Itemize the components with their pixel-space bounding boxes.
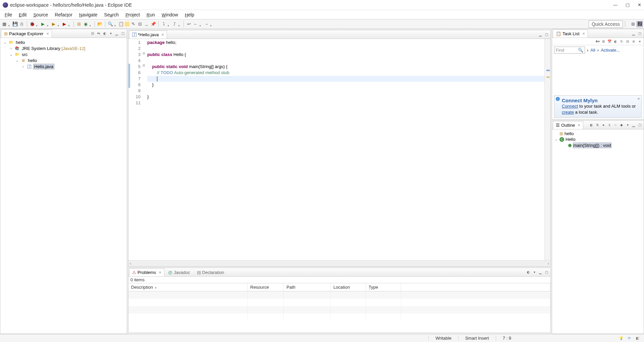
- new-package-button[interactable]: ⊞: [76, 21, 82, 27]
- show-whitespace-button[interactable]: ⎵: [144, 21, 150, 27]
- open-type-button[interactable]: 📂: [97, 21, 103, 27]
- close-button[interactable]: ✕: [638, 2, 641, 7]
- back-button[interactable]: ←: [193, 21, 199, 27]
- minimize-view-button[interactable]: ▁: [631, 31, 636, 36]
- menu-search[interactable]: Search: [101, 11, 122, 19]
- code-area[interactable]: package hello; public class Hello { publ…: [147, 39, 544, 260]
- marker-bar[interactable]: [128, 39, 132, 260]
- menu-file[interactable]: File: [1, 11, 15, 19]
- collapse-all-button[interactable]: ⊟: [90, 31, 95, 36]
- focus-icon[interactable]: ◐: [613, 39, 618, 44]
- close-icon[interactable]: ✕: [159, 271, 161, 274]
- folding-ruler[interactable]: ⊟ ⊟: [143, 39, 147, 260]
- javadoc-tab[interactable]: @ Javadoc: [165, 268, 193, 276]
- new-task-button[interactable]: ✚▾: [595, 39, 600, 44]
- coverage-button[interactable]: ▶: [51, 21, 57, 27]
- maximize-view-button[interactable]: ▢: [544, 270, 549, 275]
- editor-scrollbar[interactable]: ‹ ›: [128, 260, 550, 266]
- maximize-view-button[interactable]: ▢: [637, 122, 642, 128]
- hide-static-icon[interactable]: s: [607, 122, 612, 128]
- all-link[interactable]: All: [590, 48, 595, 53]
- new-type-button[interactable]: ◉: [83, 21, 89, 27]
- project-node[interactable]: ⌄📁 hello: [2, 39, 125, 45]
- outline-package[interactable]: ⊞ hello: [553, 131, 642, 136]
- outline-class[interactable]: ⌄C Hello: [553, 136, 642, 142]
- connect-link[interactable]: Connect: [562, 104, 578, 109]
- menu-window[interactable]: Window: [158, 11, 181, 19]
- maximize-editor-button[interactable]: ▢: [544, 32, 549, 37]
- problems-tab[interactable]: ⚠ Problems ✕: [129, 268, 164, 276]
- close-icon[interactable]: ✕: [637, 97, 640, 101]
- menu-refactor[interactable]: Refactor: [51, 11, 76, 19]
- hide-local-icon[interactable]: ◆: [619, 122, 624, 128]
- link-editor-button[interactable]: ⇆: [96, 31, 101, 36]
- search-button[interactable]: 🔍: [107, 21, 113, 27]
- overview-icon[interactable]: ◧: [635, 336, 640, 341]
- last-edit-button[interactable]: ↩: [186, 21, 192, 27]
- menu-edit[interactable]: Edit: [15, 11, 30, 19]
- maximize-button[interactable]: ▢: [626, 2, 630, 7]
- debug-button[interactable]: 🐞: [29, 21, 35, 27]
- ext-tools-button[interactable]: ▶: [61, 21, 67, 27]
- menu-run[interactable]: Run: [143, 11, 158, 19]
- maximize-view-button[interactable]: ▢: [637, 31, 642, 36]
- package-tree[interactable]: ⌄📁 hello ›📚 JRE System Library [JavaSE-1…: [0, 38, 127, 71]
- focus-task-button[interactable]: ◐: [102, 31, 107, 36]
- java-perspective-button[interactable]: 🅹: [637, 21, 643, 27]
- minimize-button[interactable]: —: [613, 2, 618, 7]
- close-icon[interactable]: ✕: [578, 123, 580, 127]
- run-button[interactable]: ▶: [40, 21, 46, 27]
- scroll-right-icon[interactable]: ›: [548, 261, 549, 266]
- close-icon[interactable]: ✕: [161, 33, 164, 37]
- hide-button[interactable]: ⊘: [631, 39, 636, 44]
- editor-tab[interactable]: 🄹 *Hello.java ✕: [129, 31, 167, 39]
- col-description[interactable]: Description▴: [128, 283, 248, 291]
- forward-button[interactable]: →: [203, 21, 209, 27]
- outline-method[interactable]: main(String[]) : void: [553, 142, 642, 149]
- menu-project[interactable]: Project: [122, 11, 143, 19]
- annot-button[interactable]: [125, 22, 129, 26]
- focus-icon[interactable]: ◐: [589, 122, 594, 128]
- hide-fields-icon[interactable]: ●: [601, 122, 606, 128]
- line-number-ruler[interactable]: 1 2 3 4 5 6 7 8 9 10 11: [132, 39, 143, 260]
- file-node[interactable]: ›🄹 Hello.java: [2, 63, 125, 70]
- overview-ruler[interactable]: [544, 39, 550, 260]
- view-menu-button[interactable]: ▾: [108, 31, 113, 36]
- jre-node[interactable]: ›📚 JRE System Library [JavaSE-12]: [2, 45, 125, 51]
- pin-button[interactable]: 📌: [150, 21, 156, 27]
- sync-button[interactable]: ↻: [619, 39, 624, 44]
- package-node[interactable]: ⌄⊞ hello: [2, 57, 125, 63]
- minimize-view-button[interactable]: ▁: [538, 270, 543, 275]
- next-annotation-button[interactable]: ⤵: [161, 21, 167, 27]
- schedule-button[interactable]: 📅: [607, 39, 612, 44]
- menu-navigate[interactable]: Navigate: [76, 11, 101, 19]
- collapse-button[interactable]: ⊟: [625, 39, 630, 44]
- updates-icon[interactable]: ⟳: [627, 336, 632, 341]
- maximize-view-button[interactable]: ▢: [120, 31, 125, 36]
- minimize-view-button[interactable]: ▁: [631, 122, 636, 128]
- save-all-button[interactable]: ⎙: [19, 21, 25, 27]
- menu-help[interactable]: Help: [181, 11, 198, 19]
- col-resource[interactable]: Resource: [248, 283, 284, 291]
- hide-nonpublic-icon[interactable]: ○: [613, 122, 618, 128]
- create-link[interactable]: create: [562, 110, 574, 115]
- save-button[interactable]: 💾: [12, 21, 18, 27]
- focus-icon[interactable]: ◐: [526, 270, 531, 275]
- src-node[interactable]: ⌄📁 src: [2, 51, 125, 57]
- close-icon[interactable]: ✕: [46, 32, 49, 36]
- tip-icon[interactable]: 💡: [619, 336, 624, 341]
- task-list-tab[interactable]: 📋 Task List ✕: [553, 30, 588, 38]
- outline-tab[interactable]: ☰ Outline ✕: [553, 121, 583, 129]
- view-menu-button[interactable]: ▾: [625, 122, 630, 128]
- outline-tree[interactable]: ⊞ hello ⌄C Hello main(String[]) : void: [552, 129, 644, 334]
- prev-annotation-button[interactable]: ⤴: [171, 21, 177, 27]
- sort-icon[interactable]: ⇅: [595, 122, 600, 128]
- quick-access[interactable]: Quick Access: [589, 20, 623, 28]
- new-button[interactable]: ▦: [1, 21, 7, 27]
- minimize-editor-button[interactable]: ▁: [538, 32, 543, 37]
- categorize-button[interactable]: ⊞: [601, 39, 606, 44]
- col-type[interactable]: Type: [366, 283, 401, 291]
- close-icon[interactable]: ✕: [582, 32, 585, 36]
- package-explorer-tab[interactable]: ⊞ Package Explorer ✕: [1, 30, 52, 38]
- task-button[interactable]: 📋: [118, 21, 124, 27]
